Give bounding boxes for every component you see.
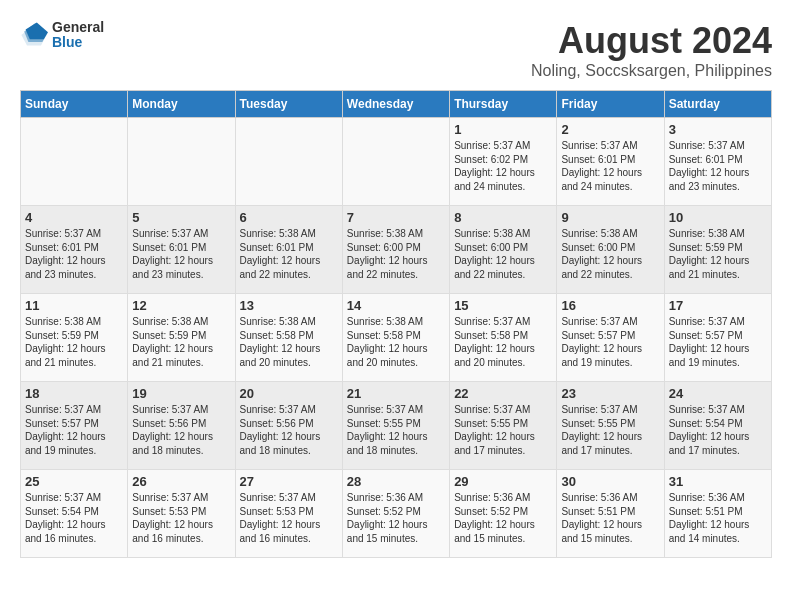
calendar-cell: 16Sunrise: 5:37 AM Sunset: 5:57 PM Dayli… (557, 294, 664, 382)
calendar-cell: 19Sunrise: 5:37 AM Sunset: 5:56 PM Dayli… (128, 382, 235, 470)
calendar-cell: 6Sunrise: 5:38 AM Sunset: 6:01 PM Daylig… (235, 206, 342, 294)
calendar-cell: 3Sunrise: 5:37 AM Sunset: 6:01 PM Daylig… (664, 118, 771, 206)
day-content: Sunrise: 5:38 AM Sunset: 5:59 PM Dayligh… (669, 227, 767, 281)
calendar-cell: 8Sunrise: 5:38 AM Sunset: 6:00 PM Daylig… (450, 206, 557, 294)
calendar-cell: 12Sunrise: 5:38 AM Sunset: 5:59 PM Dayli… (128, 294, 235, 382)
day-number: 1 (454, 122, 552, 137)
calendar-cell: 26Sunrise: 5:37 AM Sunset: 5:53 PM Dayli… (128, 470, 235, 558)
day-content: Sunrise: 5:37 AM Sunset: 5:54 PM Dayligh… (669, 403, 767, 457)
calendar-cell: 13Sunrise: 5:38 AM Sunset: 5:58 PM Dayli… (235, 294, 342, 382)
subtitle: Noling, Soccsksargen, Philippines (531, 62, 772, 80)
day-number: 28 (347, 474, 445, 489)
column-header-saturday: Saturday (664, 91, 771, 118)
day-number: 26 (132, 474, 230, 489)
day-number: 21 (347, 386, 445, 401)
day-number: 9 (561, 210, 659, 225)
day-content: Sunrise: 5:37 AM Sunset: 5:54 PM Dayligh… (25, 491, 123, 545)
day-content: Sunrise: 5:37 AM Sunset: 5:57 PM Dayligh… (561, 315, 659, 369)
calendar-cell: 27Sunrise: 5:37 AM Sunset: 5:53 PM Dayli… (235, 470, 342, 558)
logo-general-text: General (52, 20, 104, 35)
main-title: August 2024 (531, 20, 772, 62)
calendar-cell: 29Sunrise: 5:36 AM Sunset: 5:52 PM Dayli… (450, 470, 557, 558)
day-content: Sunrise: 5:38 AM Sunset: 5:59 PM Dayligh… (132, 315, 230, 369)
calendar-cell: 14Sunrise: 5:38 AM Sunset: 5:58 PM Dayli… (342, 294, 449, 382)
calendar-week-4: 18Sunrise: 5:37 AM Sunset: 5:57 PM Dayli… (21, 382, 772, 470)
day-content: Sunrise: 5:36 AM Sunset: 5:51 PM Dayligh… (561, 491, 659, 545)
day-number: 29 (454, 474, 552, 489)
calendar-cell: 11Sunrise: 5:38 AM Sunset: 5:59 PM Dayli… (21, 294, 128, 382)
day-content: Sunrise: 5:37 AM Sunset: 5:57 PM Dayligh… (25, 403, 123, 457)
day-number: 8 (454, 210, 552, 225)
day-number: 7 (347, 210, 445, 225)
calendar-cell (235, 118, 342, 206)
calendar-cell: 31Sunrise: 5:36 AM Sunset: 5:51 PM Dayli… (664, 470, 771, 558)
calendar-cell (21, 118, 128, 206)
calendar-week-1: 1Sunrise: 5:37 AM Sunset: 6:02 PM Daylig… (21, 118, 772, 206)
day-number: 12 (132, 298, 230, 313)
day-number: 2 (561, 122, 659, 137)
day-content: Sunrise: 5:37 AM Sunset: 6:01 PM Dayligh… (25, 227, 123, 281)
day-content: Sunrise: 5:38 AM Sunset: 6:00 PM Dayligh… (454, 227, 552, 281)
logo-text: General Blue (52, 20, 104, 51)
header-row: SundayMondayTuesdayWednesdayThursdayFrid… (21, 91, 772, 118)
calendar-cell: 28Sunrise: 5:36 AM Sunset: 5:52 PM Dayli… (342, 470, 449, 558)
calendar-week-5: 25Sunrise: 5:37 AM Sunset: 5:54 PM Dayli… (21, 470, 772, 558)
calendar-cell: 21Sunrise: 5:37 AM Sunset: 5:55 PM Dayli… (342, 382, 449, 470)
column-header-friday: Friday (557, 91, 664, 118)
calendar-cell: 5Sunrise: 5:37 AM Sunset: 6:01 PM Daylig… (128, 206, 235, 294)
logo: General Blue (20, 20, 104, 51)
day-number: 25 (25, 474, 123, 489)
title-area: August 2024 Noling, Soccsksargen, Philip… (531, 20, 772, 80)
calendar-cell (128, 118, 235, 206)
day-content: Sunrise: 5:38 AM Sunset: 5:58 PM Dayligh… (347, 315, 445, 369)
day-number: 23 (561, 386, 659, 401)
day-content: Sunrise: 5:36 AM Sunset: 5:52 PM Dayligh… (347, 491, 445, 545)
day-content: Sunrise: 5:37 AM Sunset: 5:55 PM Dayligh… (454, 403, 552, 457)
calendar-cell: 2Sunrise: 5:37 AM Sunset: 6:01 PM Daylig… (557, 118, 664, 206)
calendar-cell: 25Sunrise: 5:37 AM Sunset: 5:54 PM Dayli… (21, 470, 128, 558)
day-content: Sunrise: 5:37 AM Sunset: 5:53 PM Dayligh… (132, 491, 230, 545)
calendar-body: 1Sunrise: 5:37 AM Sunset: 6:02 PM Daylig… (21, 118, 772, 558)
column-header-thursday: Thursday (450, 91, 557, 118)
calendar-cell: 20Sunrise: 5:37 AM Sunset: 5:56 PM Dayli… (235, 382, 342, 470)
calendar-cell: 10Sunrise: 5:38 AM Sunset: 5:59 PM Dayli… (664, 206, 771, 294)
logo-blue-text: Blue (52, 35, 104, 50)
column-header-monday: Monday (128, 91, 235, 118)
day-content: Sunrise: 5:37 AM Sunset: 5:56 PM Dayligh… (240, 403, 338, 457)
day-number: 22 (454, 386, 552, 401)
day-number: 4 (25, 210, 123, 225)
day-number: 10 (669, 210, 767, 225)
logo-icon (20, 21, 48, 49)
day-content: Sunrise: 5:38 AM Sunset: 5:58 PM Dayligh… (240, 315, 338, 369)
day-content: Sunrise: 5:38 AM Sunset: 5:59 PM Dayligh… (25, 315, 123, 369)
calendar-cell: 24Sunrise: 5:37 AM Sunset: 5:54 PM Dayli… (664, 382, 771, 470)
day-content: Sunrise: 5:37 AM Sunset: 6:02 PM Dayligh… (454, 139, 552, 193)
day-number: 17 (669, 298, 767, 313)
day-content: Sunrise: 5:37 AM Sunset: 5:55 PM Dayligh… (561, 403, 659, 457)
calendar-cell: 30Sunrise: 5:36 AM Sunset: 5:51 PM Dayli… (557, 470, 664, 558)
calendar-cell: 7Sunrise: 5:38 AM Sunset: 6:00 PM Daylig… (342, 206, 449, 294)
calendar-table: SundayMondayTuesdayWednesdayThursdayFrid… (20, 90, 772, 558)
calendar-cell: 9Sunrise: 5:38 AM Sunset: 6:00 PM Daylig… (557, 206, 664, 294)
header: General Blue August 2024 Noling, Soccsks… (20, 20, 772, 80)
calendar-cell: 15Sunrise: 5:37 AM Sunset: 5:58 PM Dayli… (450, 294, 557, 382)
calendar-cell (342, 118, 449, 206)
day-number: 6 (240, 210, 338, 225)
calendar-header: SundayMondayTuesdayWednesdayThursdayFrid… (21, 91, 772, 118)
column-header-wednesday: Wednesday (342, 91, 449, 118)
day-content: Sunrise: 5:36 AM Sunset: 5:52 PM Dayligh… (454, 491, 552, 545)
day-content: Sunrise: 5:37 AM Sunset: 5:55 PM Dayligh… (347, 403, 445, 457)
calendar-cell: 23Sunrise: 5:37 AM Sunset: 5:55 PM Dayli… (557, 382, 664, 470)
day-number: 18 (25, 386, 123, 401)
day-content: Sunrise: 5:37 AM Sunset: 6:01 PM Dayligh… (132, 227, 230, 281)
day-content: Sunrise: 5:37 AM Sunset: 5:53 PM Dayligh… (240, 491, 338, 545)
day-content: Sunrise: 5:37 AM Sunset: 5:57 PM Dayligh… (669, 315, 767, 369)
day-number: 27 (240, 474, 338, 489)
day-number: 24 (669, 386, 767, 401)
day-content: Sunrise: 5:37 AM Sunset: 5:56 PM Dayligh… (132, 403, 230, 457)
svg-marker-2 (26, 23, 48, 40)
day-number: 15 (454, 298, 552, 313)
calendar-cell: 1Sunrise: 5:37 AM Sunset: 6:02 PM Daylig… (450, 118, 557, 206)
calendar-cell: 17Sunrise: 5:37 AM Sunset: 5:57 PM Dayli… (664, 294, 771, 382)
calendar-cell: 18Sunrise: 5:37 AM Sunset: 5:57 PM Dayli… (21, 382, 128, 470)
